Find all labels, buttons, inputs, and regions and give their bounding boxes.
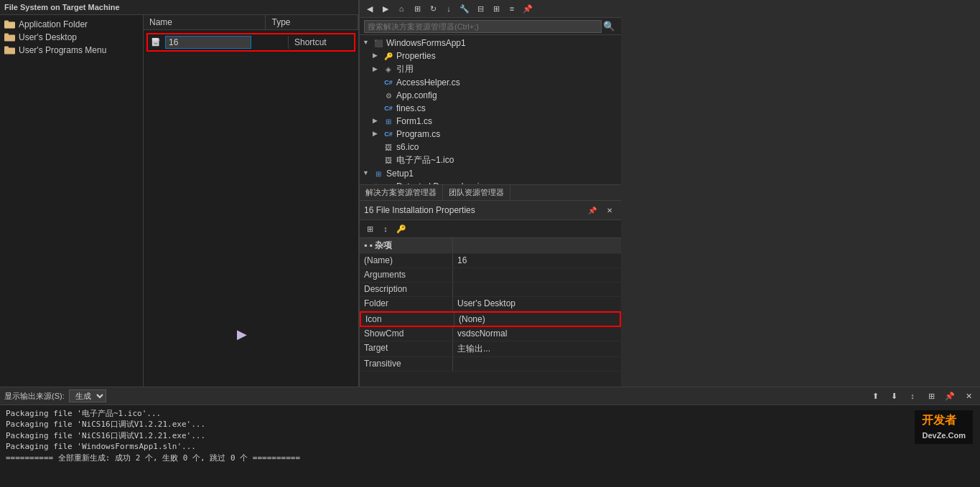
prop-val-showcmd: vsdscNormal: [453, 327, 621, 341]
toolbar-btn3[interactable]: ↓: [442, 1, 456, 16]
content-row-shortcut: SH Shortcut: [146, 33, 355, 52]
solution-tabs: 解决方案资源管理器 团队资源管理器: [360, 184, 621, 200]
col-type-header: Type: [266, 15, 358, 29]
sol-label-program: Program.cs: [396, 129, 440, 139]
svg-rect-8: [152, 38, 159, 41]
toolbar-btn1[interactable]: ⊞: [410, 1, 424, 16]
solution-toolbar: ◀ ▶ ⌂ ⊞ ↻ ↓ 🔧 ⊟ ⊞ ≡ 📌: [360, 0, 621, 18]
prop-val-folder: User's Desktop: [453, 297, 621, 311]
prop-prop-btn[interactable]: 🔑: [394, 222, 409, 236]
prop-grid-btn[interactable]: ⊞: [363, 222, 377, 236]
toolbar-home-btn[interactable]: ⌂: [394, 1, 409, 16]
output-btn3[interactable]: ↕: [905, 389, 920, 403]
sol-item-s6ico[interactable]: 🖼 s6.ico: [360, 141, 621, 153]
prop-val-description: [453, 283, 621, 296]
svg-rect-3: [4, 35, 15, 42]
file-system-header: File System on Target Machine: [0, 0, 358, 15]
sol-label-wfa1: WindowsFormsApp1: [386, 38, 466, 48]
output-line-4: Packaging file 'WindowsFormsApp1.sln'...: [6, 441, 974, 452]
tree-item-programs-menu[interactable]: User's Programs Menu: [0, 44, 143, 57]
solution-search-bar: 🔍: [360, 18, 621, 35]
sol-item-refs[interactable]: ◈ 引用: [360, 62, 621, 76]
toolbar-back-btn[interactable]: ◀: [363, 1, 377, 16]
prop-val-name: 16: [453, 254, 621, 268]
sol-label-dz1ico: 电子产品~1.ico: [396, 154, 454, 166]
prop-key-transitive: Transitive: [360, 357, 453, 371]
output-pin-btn[interactable]: 📌: [943, 389, 957, 403]
prop-key-description: Description: [360, 283, 453, 296]
toolbar-btn5[interactable]: ⊟: [473, 1, 487, 16]
sol-item-appconfig[interactable]: ⚙ App.config: [360, 89, 621, 102]
prop-row-arguments: Arguments: [360, 268, 621, 283]
output-content: Packaging file '电子产品~1.ico'... Packaging…: [0, 405, 980, 487]
prop-val-transitive: [453, 357, 621, 371]
sol-icon-wfa1: ⬛: [373, 37, 384, 49]
prop-row-icon: Icon (None): [360, 311, 621, 327]
toolbar-btn2[interactable]: ↻: [426, 1, 440, 16]
output-line-3: Packaging file 'NiCS16口调试V1.2.21.exe'...: [6, 430, 974, 441]
solution-search-input[interactable]: [364, 20, 602, 33]
shortcut-name-input[interactable]: [165, 36, 251, 49]
output-source-select[interactable]: 生成: [69, 389, 106, 402]
toolbar-btn7[interactable]: ≡: [505, 1, 519, 16]
properties-header: 16 File Installation Properties 📌 ✕: [360, 201, 621, 220]
tree-item-desktop[interactable]: User's Desktop: [0, 31, 143, 44]
output-line-1: Packaging file '电子产品~1.ico'...: [6, 408, 974, 419]
prop-key-folder: Folder: [360, 297, 453, 311]
sol-item-accesshelper[interactable]: C# AccessHelper.cs: [360, 76, 621, 89]
svg-rect-6: [4, 47, 9, 49]
tree-item-programs-menu-label: User's Programs Menu: [19, 45, 106, 55]
sol-label-form1: Form1.cs: [396, 116, 432, 126]
sol-icon-form1: ⊞: [383, 115, 394, 127]
tab-solution-explorer[interactable]: 解决方案资源管理器: [360, 185, 443, 200]
sol-icon-refs: ◈: [383, 64, 394, 75]
prop-pin-btn[interactable]: 📌: [585, 203, 599, 217]
prop-sort-btn[interactable]: ↕: [378, 222, 393, 236]
sol-item-form1[interactable]: ⊞ Form1.cs: [360, 115, 621, 128]
sol-item-program[interactable]: C# Program.cs: [360, 128, 621, 141]
sol-icon-program: C#: [383, 128, 394, 140]
sol-icon-accesshelper: C#: [383, 77, 394, 88]
prop-key-icon: Icon: [361, 313, 454, 326]
prop-close-btn[interactable]: ✕: [602, 203, 617, 217]
sol-item-wfa1[interactable]: ⬛ WindowsFormsApp1: [360, 37, 621, 49]
sol-label-properties: Properties: [396, 51, 436, 61]
sol-label-fines: fines.cs: [396, 103, 426, 113]
prop-row-target: Target 主输出...: [360, 341, 621, 357]
prop-row-transitive: Transitive: [360, 357, 621, 372]
prop-key-name: (Name): [360, 254, 453, 268]
output-close-btn[interactable]: ✕: [961, 389, 976, 403]
output-line-5: ========== 全部重新生成: 成功 2 个, 生败 0 个, 跳过 0 …: [6, 453, 974, 463]
expand-properties: [373, 52, 381, 60]
solution-tree: ⬛ WindowsFormsApp1 🔑 Properties ◈ 引用 C# …: [360, 35, 621, 184]
tree-item-app-folder[interactable]: Application Folder: [0, 18, 143, 31]
sol-item-fines[interactable]: C# fines.cs: [360, 102, 621, 115]
output-btn2[interactable]: ⬇: [887, 389, 901, 403]
sol-icon-setup1: ⊞: [373, 168, 384, 179]
properties-title: 16 File Installation Properties: [364, 205, 475, 215]
sol-item-properties[interactable]: 🔑 Properties: [360, 49, 621, 62]
sol-label-accesshelper: AccessHelper.cs: [396, 77, 460, 88]
toolbar-pin-btn[interactable]: 📌: [521, 1, 535, 16]
search-btn[interactable]: 🔍: [602, 19, 617, 33]
content-row-type-cell: Shortcut: [289, 37, 332, 47]
output-line-2: Packaging file 'NiCS16口调试V1.2.21.exe'...: [6, 419, 974, 430]
output-label: 显示输出来源(S):: [4, 391, 65, 402]
expand-fines: [373, 104, 381, 113]
toolbar-btn6[interactable]: ⊞: [489, 1, 503, 16]
sol-item-dz1ico[interactable]: 🖼 电子产品~1.ico: [360, 153, 621, 167]
sol-icon-properties: 🔑: [383, 50, 394, 62]
expand-dz1ico: [373, 156, 381, 165]
sol-label-appconfig: App.config: [396, 90, 437, 100]
prop-row-folder: Folder User's Desktop: [360, 297, 621, 311]
sol-item-setup1[interactable]: ⊞ Setup1: [360, 167, 621, 180]
toolbar-btn4[interactable]: 🔧: [457, 1, 472, 16]
tab-team-explorer[interactable]: 团队资源管理器: [443, 185, 510, 200]
properties-toolbar: ⊞ ↕ 🔑: [360, 220, 621, 238]
output-btn4[interactable]: ⊞: [924, 389, 938, 403]
sol-icon-fines: C#: [383, 103, 394, 114]
toolbar-forward-btn[interactable]: ▶: [378, 1, 393, 16]
prop-val-misc: [453, 238, 621, 253]
output-btn1[interactable]: ⬆: [868, 389, 882, 403]
tree-item-app-folder-label: Application Folder: [19, 19, 88, 29]
